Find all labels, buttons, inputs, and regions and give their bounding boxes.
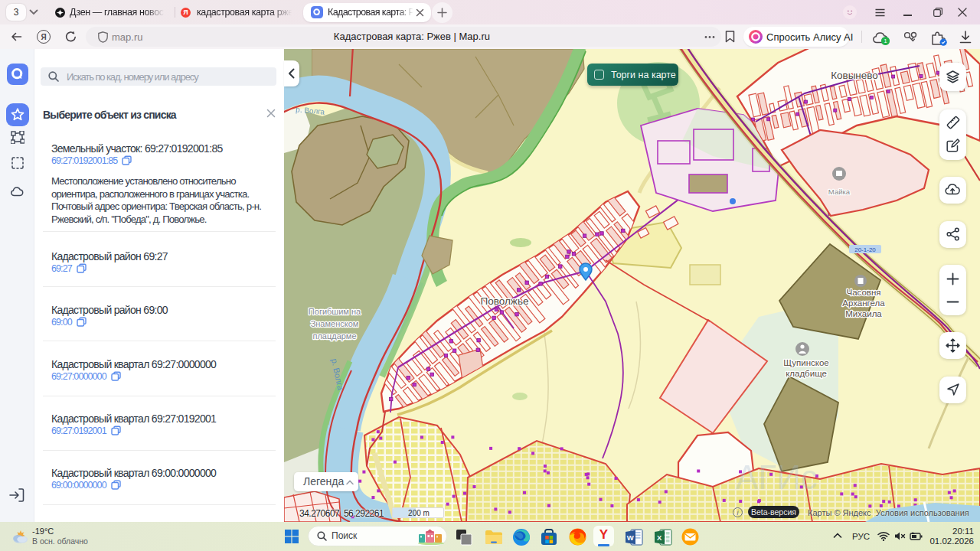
svg-text:Погибшим на: Погибшим на: [309, 307, 361, 316]
svg-text:Часовня: Часовня: [846, 288, 880, 297]
svg-text:АГИс: АГИс: [736, 458, 818, 496]
svg-text:Майка: Майка: [828, 187, 851, 196]
svg-text:20-1-20: 20-1-20: [854, 246, 876, 253]
svg-text:Михаила: Михаила: [845, 309, 882, 318]
svg-text:Знаменском: Знаменском: [311, 319, 359, 328]
svg-text:плацдарме: плацдарме: [312, 331, 356, 341]
svg-text:Ковынево: Ковынево: [831, 70, 878, 81]
svg-text:Щупинское: Щупинское: [783, 358, 829, 367]
svg-text:W: W: [627, 533, 634, 542]
svg-text:1: 1: [884, 37, 887, 44]
svg-text:Архангела: Архангела: [842, 298, 885, 308]
svg-text:кладбище: кладбище: [786, 369, 827, 378]
svg-text:Поволжье: Поволжье: [481, 295, 529, 307]
svg-text:X: X: [657, 533, 662, 542]
